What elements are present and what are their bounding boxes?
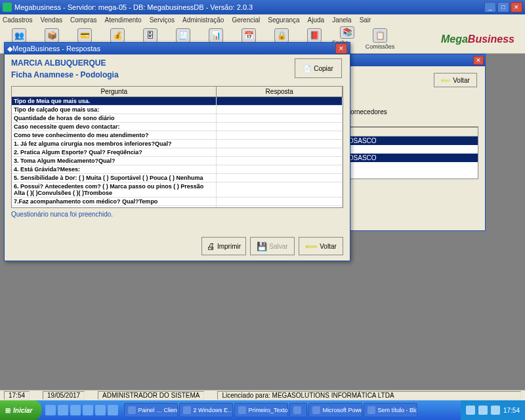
bg-voltar-button[interactable]: Voltar xyxy=(434,73,477,87)
caixa-icon: 🗄 xyxy=(143,28,158,43)
table-row[interactable]: 6. Possui? Antecedentes com? ( ) Marca p… xyxy=(12,182,343,198)
copiar-button[interactable]: Copiar xyxy=(295,58,342,78)
voltar-button[interactable]: ⟸Voltar xyxy=(299,237,343,255)
close-button[interactable]: ✕ xyxy=(511,2,522,12)
salvar-button[interactable]: 💾Salvar xyxy=(250,237,295,255)
table-row[interactable]: Tipo de Meia que mais usa. xyxy=(12,97,343,106)
task-icon xyxy=(368,406,375,414)
task-icon xyxy=(128,406,136,414)
table-row[interactable]: Como teve conhecimento do meu atendiment… xyxy=(12,131,343,140)
fecha-icon: 📕 xyxy=(307,28,322,43)
dialog-close-button[interactable]: ✕ xyxy=(335,43,347,54)
comissoes-icon: 📋 xyxy=(373,28,387,43)
task-icon xyxy=(238,406,246,414)
table-row[interactable]: Caso necessite quem devo contactar: xyxy=(12,123,343,131)
status-date: 19/05/2017 xyxy=(43,391,85,400)
status-license: Licenciado para: MEGASOLUTIONS INFORMÁTI… xyxy=(217,391,521,400)
menu-janela[interactable]: Janela xyxy=(332,16,351,24)
tray-icon[interactable] xyxy=(478,406,488,415)
gerencial-icon: 📊 xyxy=(209,28,223,43)
itens-icon: 📦 xyxy=(45,28,59,43)
print-icon: 🖨 xyxy=(207,242,215,251)
menu-ajuda[interactable]: Ajuda xyxy=(308,16,325,24)
taskbar-task[interactable]: Microsoft Powe… xyxy=(308,403,362,417)
menu-administracao[interactable]: Administração xyxy=(182,16,224,24)
patient-name: MARCIA ALBUQUERQUE xyxy=(11,58,343,68)
table-row[interactable]: Tipo de calçado que mais usa: xyxy=(12,106,343,114)
fechageral-icon: 📚 xyxy=(340,26,354,39)
ficha-title: Ficha Anamnese - Podologia xyxy=(11,70,343,79)
start-button[interactable]: Iniciar xyxy=(0,400,41,420)
menu-cadastros[interactable]: Cadastros xyxy=(3,16,33,24)
windows-taskbar: Iniciar Painel … Clientes… 2 Windows E… … xyxy=(0,400,525,420)
menu-sair[interactable]: Sair xyxy=(360,16,371,24)
atendimento-icon: 🧾 xyxy=(176,28,190,43)
workspace: ✕ Voltar Fornecedores o/Email YARA - OSA… xyxy=(0,54,525,410)
dialog-title: MegaBusiness - Respostas xyxy=(12,45,335,52)
cofre-icon: 🔒 xyxy=(274,28,289,43)
col-pergunta: Pergunta xyxy=(12,87,217,96)
cadastros-icon: 👥 xyxy=(12,28,26,43)
task-icon xyxy=(293,406,301,414)
taskbar-tasks: Painel … Clientes… 2 Windows E… Primeiro… xyxy=(122,403,461,417)
agenda-icon: 📅 xyxy=(242,28,256,43)
ql-icon[interactable] xyxy=(95,405,106,415)
task-icon xyxy=(183,406,191,414)
pagar-icon: 💳 xyxy=(77,28,92,43)
app-logo: MegaBusiness xyxy=(441,33,521,45)
question-table: Pergunta Resposta Tipo de Meia que mais … xyxy=(11,86,343,208)
system-tray: 17:54 xyxy=(461,400,525,420)
imprimir-button[interactable]: 🖨Imprimir xyxy=(201,237,246,255)
app-title: Megabusiness - Servidor: mega-05 - DB: M… xyxy=(14,3,484,11)
table-row[interactable]: 1. Já fez alguma cirurgia nos membros in… xyxy=(12,140,343,148)
col-resposta: Resposta xyxy=(217,87,343,96)
dialog-app-icon: ◆ xyxy=(7,45,12,53)
table-row[interactable]: Quantidade de horas de sono diário xyxy=(12,114,343,123)
save-icon: 💾 xyxy=(257,242,267,251)
ql-icon[interactable] xyxy=(58,405,68,415)
menu-servicos[interactable]: Serviços xyxy=(150,16,175,24)
taskbar-task[interactable]: Primeiro_Texto… xyxy=(234,403,288,417)
table-row[interactable]: 2. Pratica Algum Esporte? Qual? Freqüênc… xyxy=(12,148,343,157)
maximize-button[interactable]: □ xyxy=(497,2,509,12)
app-icon xyxy=(3,3,12,12)
table-row[interactable]: 5. Sensibilidade à Dor: ( ) Muita ( ) Su… xyxy=(12,174,343,182)
footnote: Questionário nunca foi preenchido. xyxy=(11,211,343,218)
table-row[interactable]: 3. Toma Algum Medicamento?Qual? xyxy=(12,157,343,165)
menu-bar: Cadastros Vendas Compras Atendimento Ser… xyxy=(0,14,525,25)
menu-seguranca[interactable]: Segurança xyxy=(268,16,299,24)
tool-comissoes[interactable]: 📋Comissões xyxy=(365,26,395,52)
ql-icon[interactable] xyxy=(45,405,56,415)
status-bar: 17:54 19/05/2017 ADMINISTRADOR DO SISTEM… xyxy=(0,390,525,400)
menu-compras[interactable]: Compras xyxy=(70,16,97,24)
minimize-button[interactable]: _ xyxy=(484,2,496,12)
dialog-titlebar[interactable]: ◆ MegaBusiness - Respostas ✕ xyxy=(5,43,350,54)
bg-close-button[interactable]: ✕ xyxy=(473,56,484,65)
tray-icon[interactable] xyxy=(466,406,475,415)
taskbar-task[interactable]: Sem título - Blo… xyxy=(364,403,417,417)
table-row[interactable]: 4. Está Grávida?Meses: xyxy=(12,165,343,174)
status-time: 17:54 xyxy=(4,391,30,400)
table-row[interactable]: 7.Faz acompanhamento com médico? Qual?Te… xyxy=(12,198,343,206)
taskbar-task[interactable]: 2 Windows E… xyxy=(179,403,233,417)
table-body[interactable]: Tipo de Meia que mais usa. Tipo de calça… xyxy=(12,97,343,207)
receber-icon: 💰 xyxy=(110,28,125,43)
menu-atendimento[interactable]: Atendimento xyxy=(105,16,142,24)
ql-icon[interactable] xyxy=(83,405,93,415)
status-user: ADMINISTRADOR DO SISTEMA xyxy=(98,391,204,400)
taskbar-task[interactable]: Painel … Clientes… xyxy=(124,403,178,417)
table-header: Pergunta Resposta xyxy=(12,87,343,97)
menu-vendas[interactable]: Vendas xyxy=(41,16,62,24)
taskbar-task[interactable] xyxy=(289,403,307,417)
table-row[interactable]: 8. Já fez algum procedimento podológico?… xyxy=(12,206,343,207)
respostas-dialog: ◆ MegaBusiness - Respostas ✕ MARCIA ALBU… xyxy=(4,42,350,261)
app-titlebar: Megabusiness - Servidor: mega-05 - DB: M… xyxy=(0,0,525,14)
menu-gerencial[interactable]: Gerencial xyxy=(232,16,260,24)
back-icon: ⟸ xyxy=(305,242,318,251)
quick-launch xyxy=(41,405,122,415)
tray-icon[interactable] xyxy=(491,406,500,415)
tray-clock[interactable]: 17:54 xyxy=(503,407,520,414)
ql-icon[interactable] xyxy=(70,405,81,415)
ql-icon[interactable] xyxy=(108,405,118,415)
task-icon xyxy=(312,406,320,414)
